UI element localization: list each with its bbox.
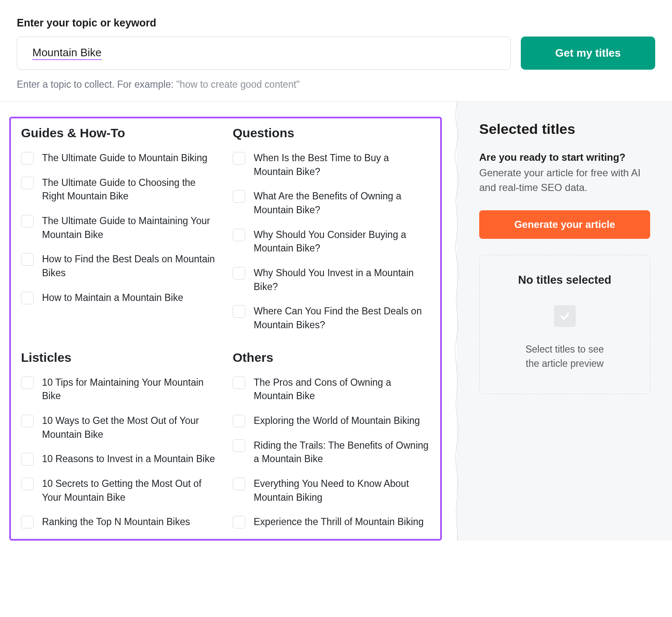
title-checkbox[interactable]: [21, 376, 34, 389]
title-row: Why Should You Consider Buying a Mountai…: [233, 228, 430, 255]
title-row: 10 Reasons to Invest in a Mountain Bike: [21, 452, 218, 466]
title-list: When Is the Best Time to Buy a Mountain …: [233, 151, 430, 332]
category-block: Guides & How-ToThe Ultimate Guide to Mou…: [21, 126, 218, 332]
ready-heading: Are you ready to start writing?: [479, 152, 650, 163]
empty-title: No titles selected: [488, 274, 641, 287]
title-text: 10 Ways to Get the Most Out of Your Moun…: [42, 414, 218, 441]
title-row: Why Should You Invest in a Mountain Bike…: [233, 266, 430, 293]
empty-selection-card: No titles selected Select titles to see …: [479, 255, 650, 394]
title-checkbox[interactable]: [21, 516, 34, 528]
title-text: Ranking the Top N Mountain Bikes: [42, 515, 190, 529]
title-row: Everything You Need to Know About Mounta…: [233, 477, 430, 504]
title-text: 10 Tips for Maintaining Your Mountain Bi…: [42, 376, 218, 403]
title-list: 10 Tips for Maintaining Your Mountain Bi…: [21, 376, 218, 529]
title-checkbox[interactable]: [233, 376, 245, 389]
empty-sub: Select titles to see the article preview: [488, 342, 641, 371]
search-hint-prefix: Enter a topic to collect. For example:: [17, 79, 176, 90]
title-checkbox[interactable]: [21, 177, 34, 189]
results-grid: Guides & How-ToThe Ultimate Guide to Mou…: [21, 126, 430, 529]
title-row: The Ultimate Guide to Mountain Biking: [21, 151, 218, 165]
category-heading: Others: [233, 350, 430, 365]
category-heading: Questions: [233, 126, 430, 140]
title-checkbox[interactable]: [21, 215, 34, 227]
category-block: QuestionsWhen Is the Best Time to Buy a …: [233, 126, 430, 332]
title-checkbox[interactable]: [21, 253, 34, 266]
category-heading: Guides & How-To: [21, 126, 218, 140]
title-row: How to Maintain a Mountain Bike: [21, 291, 218, 305]
category-block: Listicles10 Tips for Maintaining Your Mo…: [21, 350, 218, 529]
title-row: When Is the Best Time to Buy a Mountain …: [233, 151, 430, 178]
title-row: Experience the Thrill of Mountain Biking: [233, 515, 430, 529]
title-list: The Pros and Cons of Owning a Mountain B…: [233, 376, 430, 529]
title-checkbox[interactable]: [233, 516, 245, 528]
title-row: How to Find the Best Deals on Mountain B…: [21, 252, 218, 280]
title-text: Exploring the World of Mountain Biking: [254, 414, 420, 428]
title-checkbox[interactable]: [233, 229, 245, 241]
title-text: Why Should You Consider Buying a Mountai…: [254, 228, 430, 255]
title-text: The Ultimate Guide to Maintaining Your M…: [42, 214, 218, 241]
title-text: What Are the Benefits of Owning a Mounta…: [254, 189, 430, 217]
title-text: The Pros and Cons of Owning a Mountain B…: [254, 376, 430, 403]
results-column: Guides & How-ToThe Ultimate Guide to Mou…: [0, 102, 457, 541]
title-checkbox[interactable]: [233, 190, 245, 203]
title-list: The Ultimate Guide to Mountain BikingThe…: [21, 151, 218, 304]
title-text: Everything You Need to Know About Mounta…: [254, 477, 430, 504]
title-text: The Ultimate Guide to Choosing the Right…: [42, 176, 218, 203]
search-section: Enter your topic or keyword Mountain Bik…: [0, 0, 672, 102]
title-row: Ranking the Top N Mountain Bikes: [21, 515, 218, 529]
keyword-input[interactable]: Mountain Bike: [17, 37, 511, 70]
category-heading: Listicles: [21, 350, 218, 365]
search-hint-example: "how to create good content": [176, 79, 300, 90]
keyword-value: Mountain Bike: [32, 46, 102, 60]
title-checkbox[interactable]: [21, 415, 34, 427]
title-checkbox[interactable]: [21, 453, 34, 465]
title-text: Experience the Thrill of Mountain Biking: [254, 515, 424, 529]
generate-article-button[interactable]: Generate your article: [479, 210, 650, 239]
title-text: 10 Secrets to Getting the Most Out of Yo…: [42, 477, 218, 504]
title-row: What Are the Benefits of Owning a Mounta…: [233, 189, 430, 217]
title-checkbox[interactable]: [21, 478, 34, 490]
title-text: Riding the Trails: The Benefits of Ownin…: [254, 439, 430, 466]
title-row: 10 Tips for Maintaining Your Mountain Bi…: [21, 376, 218, 403]
title-checkbox[interactable]: [233, 415, 245, 427]
title-row: Riding the Trails: The Benefits of Ownin…: [233, 439, 430, 466]
title-row: The Ultimate Guide to Choosing the Right…: [21, 176, 218, 203]
title-row: The Ultimate Guide to Maintaining Your M…: [21, 214, 218, 241]
title-row: 10 Ways to Get the Most Out of Your Moun…: [21, 414, 218, 441]
title-checkbox[interactable]: [233, 305, 245, 318]
checkmark-icon: [554, 305, 576, 327]
title-text: The Ultimate Guide to Mountain Biking: [42, 151, 207, 165]
selected-titles-heading: Selected titles: [479, 121, 650, 137]
title-row: Where Can You Find the Best Deals on Mou…: [233, 304, 430, 332]
search-label: Enter your topic or keyword: [17, 17, 655, 29]
category-block: OthersThe Pros and Cons of Owning a Moun…: [233, 350, 430, 529]
title-text: How to Maintain a Mountain Bike: [42, 291, 183, 305]
ready-sub: Generate your article for free with AI a…: [479, 166, 650, 195]
title-text: When Is the Best Time to Buy a Mountain …: [254, 151, 430, 178]
title-checkbox[interactable]: [233, 152, 245, 165]
title-row: 10 Secrets to Getting the Most Out of Yo…: [21, 477, 218, 504]
main-split: Guides & How-ToThe Ultimate Guide to Mou…: [0, 102, 672, 541]
title-checkbox[interactable]: [233, 478, 245, 490]
title-text: Why Should You Invest in a Mountain Bike…: [254, 266, 430, 293]
title-checkbox[interactable]: [21, 292, 34, 304]
title-checkbox[interactable]: [21, 152, 34, 165]
title-text: Where Can You Find the Best Deals on Mou…: [254, 304, 430, 332]
results-highlight-box: Guides & How-ToThe Ultimate Guide to Mou…: [9, 117, 442, 541]
title-row: The Pros and Cons of Owning a Mountain B…: [233, 376, 430, 403]
sidebar: Selected titles Are you ready to start w…: [457, 102, 672, 541]
title-checkbox[interactable]: [233, 267, 245, 280]
search-row: Mountain Bike Get my titles: [17, 37, 655, 70]
get-titles-button[interactable]: Get my titles: [521, 37, 655, 70]
title-text: How to Find the Best Deals on Mountain B…: [42, 252, 218, 280]
title-checkbox[interactable]: [233, 439, 245, 452]
title-text: 10 Reasons to Invest in a Mountain Bike: [42, 452, 215, 466]
search-hint: Enter a topic to collect. For example: "…: [17, 79, 655, 90]
title-row: Exploring the World of Mountain Biking: [233, 414, 430, 428]
